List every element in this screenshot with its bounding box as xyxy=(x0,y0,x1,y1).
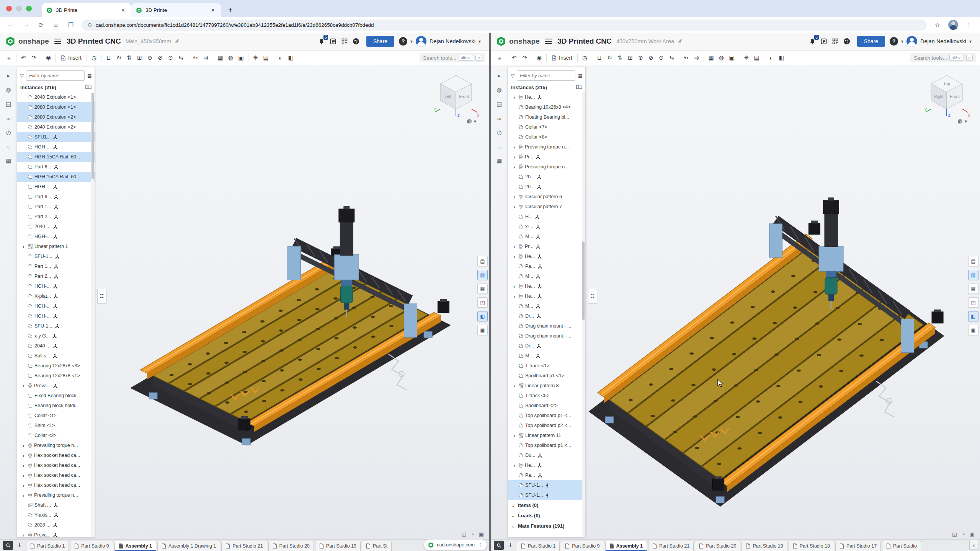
mate-connector-icon[interactable] xyxy=(535,214,540,219)
section-panel-icon[interactable]: ◳ xyxy=(477,297,488,308)
fasten-mate-icon[interactable]: ⊔ xyxy=(594,53,604,63)
mate-connector-icon[interactable] xyxy=(54,214,59,219)
viewport-3d[interactable]: Front Left Y Z X ▾ ▸◍▤∞◷◌▦ ▽ ≣ xyxy=(0,65,489,540)
instance-row[interactable]: Part 1... xyxy=(17,261,95,271)
mate-connector-icon[interactable] xyxy=(53,135,58,140)
instance-row[interactable]: ›He... xyxy=(508,251,585,261)
document-tab[interactable]: Part Studio 20 xyxy=(695,541,740,551)
comment-icon[interactable]: ◍ xyxy=(4,86,13,94)
instance-row[interactable]: Y-axis... xyxy=(17,510,95,520)
expand-chevron-icon[interactable]: › xyxy=(512,154,517,160)
mate-connector-icon[interactable] xyxy=(537,463,542,468)
section-icon[interactable]: ◧ xyxy=(776,53,787,63)
help-caret-icon[interactable]: ▼ xyxy=(900,39,904,44)
mate-connector-icon[interactable] xyxy=(53,503,58,508)
home-icon[interactable]: ⌂ xyxy=(52,21,60,28)
instance-row[interactable]: ›Linear pattern 11 xyxy=(508,430,585,440)
pill-menu-icon[interactable]: ⋮ xyxy=(478,542,483,548)
instance-row[interactable]: Drag chain mount - ... xyxy=(508,331,585,341)
mate-connector-icon[interactable] xyxy=(52,354,57,359)
display-icon[interactable]: ◐ xyxy=(275,53,286,63)
group-icon[interactable]: ▣ xyxy=(727,53,737,63)
mate-connector-icon[interactable] xyxy=(53,284,58,289)
filter-icon[interactable]: ▽ xyxy=(511,73,514,78)
expand-chevron-icon[interactable]: › xyxy=(512,194,517,200)
ground-plane-icon[interactable]: ▣ xyxy=(970,531,975,537)
panel-collapse-handle[interactable]: ☷ xyxy=(588,289,597,303)
instance-row[interactable]: ›Hex socket head ca... xyxy=(17,450,95,460)
instance-row[interactable]: ›Prevailing torque n... xyxy=(17,490,95,500)
replicate-icon[interactable]: ⇉ xyxy=(201,53,211,63)
instance-row[interactable]: Pa... xyxy=(508,261,585,271)
instance-row[interactable]: ›Linear pattern 1 xyxy=(17,241,95,251)
browser-menu-icon[interactable]: ⋮ xyxy=(965,22,973,28)
expand-chevron-icon[interactable]: › xyxy=(21,463,26,468)
filter-icon[interactable]: ▽ xyxy=(20,73,24,78)
instance-row[interactable]: ›Linear pattern 8 xyxy=(508,381,585,391)
mate-connector-icon[interactable] xyxy=(53,234,58,239)
relation-icon[interactable]: ↬ xyxy=(681,53,691,63)
tab-close-icon[interactable]: ✕ xyxy=(209,7,216,14)
tasks-icon[interactable] xyxy=(327,36,339,46)
linear-pattern-icon[interactable]: ▦ xyxy=(706,53,716,63)
history-icon[interactable]: ◷ xyxy=(4,128,13,137)
instance-row[interactable]: M... xyxy=(508,351,585,361)
mate-connector-icon[interactable] xyxy=(537,95,542,100)
instance-row[interactable]: Spoilboard p1 <1> xyxy=(508,371,585,381)
render-icon[interactable]: ◔ xyxy=(962,531,965,537)
apps-grid-icon[interactable] xyxy=(830,36,841,46)
link-icon[interactable]: ⚮ xyxy=(676,37,684,46)
tab-close-icon[interactable]: ✕ xyxy=(120,7,127,14)
pin-slot-mate-icon[interactable]: ⊙ xyxy=(656,53,666,63)
expand-chevron-icon[interactable]: › xyxy=(21,473,26,478)
instance-row[interactable]: ›Preva... xyxy=(17,530,95,537)
revolute-mate-icon[interactable]: ↻ xyxy=(604,53,615,63)
replicate-icon[interactable]: ⇉ xyxy=(691,53,702,63)
instance-row[interactable]: ›He... xyxy=(508,291,585,301)
expand-chevron-icon[interactable]: › xyxy=(512,144,517,150)
expand-chevron-icon[interactable]: › xyxy=(512,293,517,299)
ball-mate-icon[interactable]: ⊕ xyxy=(635,53,646,63)
mate-connector-icon[interactable] xyxy=(537,453,542,458)
instance-row[interactable]: Top spoilboard p1 <... xyxy=(508,411,585,421)
pin-slot-mate-icon[interactable]: ⊙ xyxy=(165,53,176,63)
mate-connector-icon[interactable] xyxy=(53,304,58,309)
group-icon[interactable]: ▣ xyxy=(236,53,246,63)
slider-mate-icon[interactable]: ⇅ xyxy=(124,53,134,63)
add-tab-button[interactable]: + xyxy=(15,541,24,550)
comment-icon[interactable]: ◍ xyxy=(495,86,504,94)
document-tab[interactable]: Part Studio 19 xyxy=(742,541,787,551)
instance-row[interactable]: Dr... xyxy=(508,341,585,351)
tab-search-button[interactable] xyxy=(3,541,13,550)
instance-row[interactable]: Floating Bearing bl... xyxy=(508,112,585,122)
collapse-chevron-icon[interactable]: ⌄ xyxy=(511,502,515,508)
panel-section-header[interactable]: ⌄Items (0) xyxy=(508,500,585,510)
sheet-panel-icon[interactable]: ▤ xyxy=(968,256,978,266)
tab-scroll-left-icon[interactable]: ‹ xyxy=(969,540,978,550)
site-settings-icon[interactable]: ⛭ xyxy=(88,22,91,28)
document-tab[interactable]: Part Studio 21 xyxy=(648,541,694,551)
mate-connector-icon[interactable] xyxy=(536,314,541,319)
mate-connector-icon[interactable]: ◉ xyxy=(43,53,54,63)
instance-row[interactable]: HGH-15CA Rail- 60... xyxy=(17,172,95,182)
mate-connector-icon[interactable]: ◉ xyxy=(534,53,544,63)
bookmark-star-icon[interactable]: ☆ xyxy=(933,21,942,29)
document-tab[interactable]: Part Studio 1 xyxy=(26,541,69,551)
report-icon[interactable]: ▤ xyxy=(495,100,504,108)
mate-connector-icon[interactable] xyxy=(537,294,542,299)
instance-row[interactable]: HGH-15CA Rail- 60... xyxy=(17,152,95,162)
main-menu-icon[interactable] xyxy=(545,39,552,44)
document-tab[interactable]: Assembly 1 xyxy=(114,541,156,551)
mate-connector-icon[interactable] xyxy=(54,513,59,518)
instance-row[interactable]: 2028 ... xyxy=(17,520,95,530)
pointer-icon[interactable]: ▸ xyxy=(4,72,13,80)
panel-collapse-handle[interactable]: ☷ xyxy=(97,289,106,303)
user-avatar[interactable] xyxy=(416,36,426,47)
display-mode-selector[interactable]: ▾ xyxy=(957,118,967,124)
feature-list-icon[interactable]: ≡ xyxy=(4,53,14,63)
mate-connector-icon[interactable] xyxy=(537,254,542,259)
learning-center-icon[interactable] xyxy=(350,36,362,46)
document-tab[interactable]: Part Studio xyxy=(882,541,921,551)
mate-connector-icon[interactable] xyxy=(53,314,58,319)
section-icon[interactable]: ◧ xyxy=(286,53,296,63)
